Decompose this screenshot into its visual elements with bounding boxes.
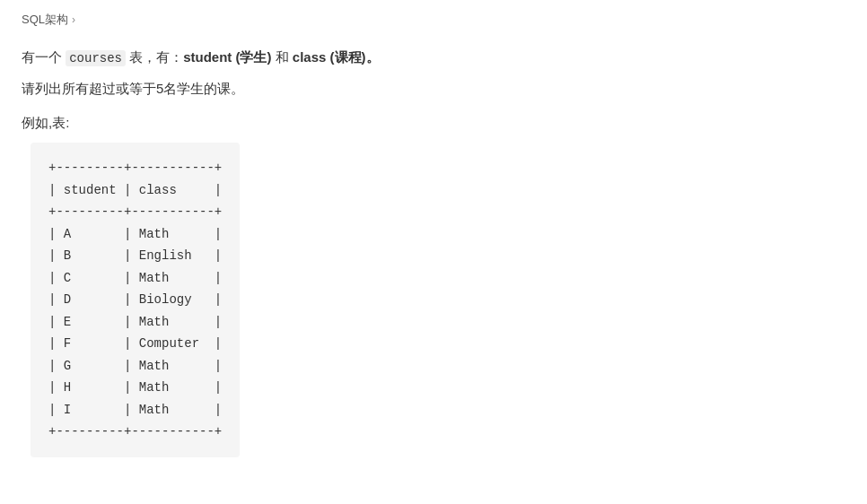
table-container: +---------+-----------+ | student | clas… [31, 143, 240, 457]
desc-prefix: 有一个 [22, 49, 66, 65]
desc-and: 和 [271, 49, 292, 65]
description-line-2: 请列出所有超过或等于5名学生的课。 [22, 77, 845, 100]
description-block: 有一个 courses 表，有：student (学生) 和 class (课程… [22, 46, 845, 100]
table-code: +---------+-----------+ | student | clas… [48, 157, 222, 443]
page-container: SQL架构 › 有一个 courses 表，有：student (学生) 和 c… [0, 0, 867, 504]
desc-middle: 表，有： [126, 49, 183, 65]
breadcrumb-link[interactable]: SQL架构 [22, 11, 68, 30]
courses-code: courses [66, 50, 126, 66]
example-label: 例如,表: [22, 112, 845, 134]
breadcrumb-separator: › [72, 12, 75, 29]
description-line-1: 有一个 courses 表，有：student (学生) 和 class (课程… [22, 46, 845, 70]
student-bold: student (学生) [183, 49, 271, 65]
class-bold: class (课程)。 [293, 49, 380, 65]
breadcrumb[interactable]: SQL架构 › [22, 11, 845, 30]
